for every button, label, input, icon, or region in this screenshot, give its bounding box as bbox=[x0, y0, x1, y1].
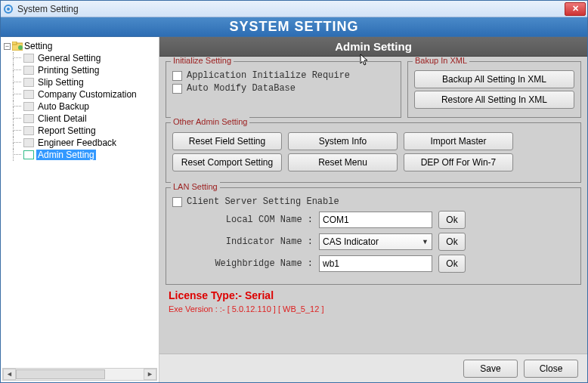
titlebar: System Setting ✕ bbox=[1, 1, 587, 17]
weighbridge-ok-button[interactable]: Ok bbox=[438, 255, 466, 273]
tree-item-label: Admin Setting bbox=[36, 150, 96, 160]
scrollbar-thumb[interactable] bbox=[16, 369, 105, 379]
svg-point-1 bbox=[7, 8, 10, 11]
tree-item-slip-setting[interactable]: Slip Setting bbox=[23, 76, 157, 88]
tree-root[interactable]: − Setting bbox=[4, 40, 157, 52]
page-icon bbox=[23, 126, 34, 135]
auto-modify-db-label: Auto Modify DataBase bbox=[187, 83, 296, 94]
window-close-button[interactable]: ✕ bbox=[565, 2, 586, 16]
page-icon bbox=[23, 138, 34, 147]
local-com-label: Local COM Name : bbox=[200, 215, 313, 225]
tree-item-engineer-feedback[interactable]: Engineer Feedback bbox=[23, 137, 157, 149]
weighbridge-label: Weighbridge Name : bbox=[200, 258, 313, 269]
checkbox-icon[interactable] bbox=[172, 197, 182, 207]
exe-version: Exe Version : :- [ 5.0.12.110 ] [ WB_5_1… bbox=[169, 304, 581, 314]
svg-point-4 bbox=[18, 45, 23, 50]
lan-legend: LAN Setting bbox=[171, 182, 220, 191]
page-icon bbox=[23, 90, 34, 99]
license-block: License Type:- Serial Exe Version : :- [… bbox=[169, 289, 581, 314]
tree-item-label: Engineer Feedback bbox=[36, 137, 118, 148]
license-type: License Type:- Serial bbox=[169, 289, 581, 301]
scroll-left-arrow[interactable]: ◄ bbox=[3, 369, 16, 380]
client-server-enable-row[interactable]: Client Server Setting Enable bbox=[172, 196, 574, 207]
page-icon bbox=[23, 66, 34, 75]
weighbridge-input[interactable] bbox=[319, 255, 432, 272]
tree-item-report-setting[interactable]: Report Setting bbox=[23, 125, 157, 137]
page-icon bbox=[23, 54, 34, 63]
app-init-require-row[interactable]: Application Initialize Require bbox=[172, 70, 395, 81]
backup-all-button[interactable]: Backup All Setting In XML bbox=[414, 70, 574, 88]
backup-xml-group: Bakup In XML Backup All Setting In XML R… bbox=[407, 61, 581, 118]
client-server-enable-label: Client Server Setting Enable bbox=[187, 196, 339, 207]
tree-item-company-customization[interactable]: Company Customization bbox=[23, 88, 157, 100]
sidebar: − Setting General SettingPrinting Settin… bbox=[1, 37, 159, 382]
section-title: Admin Setting bbox=[159, 37, 587, 57]
tree-item-label: General Setting bbox=[36, 53, 102, 63]
reset-field-button[interactable]: Reset Field Setting bbox=[172, 132, 282, 150]
system-info-button[interactable]: System Info bbox=[288, 132, 398, 150]
reset-menu-button[interactable]: Reset Menu bbox=[288, 153, 398, 171]
collapse-icon[interactable]: − bbox=[4, 43, 11, 50]
dep-off-button[interactable]: DEP Off For Win-7 bbox=[404, 153, 513, 171]
auto-modify-db-row[interactable]: Auto Modify DataBase bbox=[172, 83, 395, 94]
footer-bar: Save Close bbox=[159, 354, 587, 382]
page-icon bbox=[23, 150, 34, 159]
local-com-input[interactable] bbox=[319, 212, 432, 228]
page-icon bbox=[23, 102, 34, 111]
tree-item-label: Printing Setting bbox=[36, 65, 101, 76]
settings-tree: − Setting General SettingPrinting Settin… bbox=[2, 40, 157, 366]
app-icon bbox=[2, 3, 14, 15]
other-admin-group: Other Admin Setting Reset Field Setting … bbox=[166, 122, 581, 183]
tree-item-general-setting[interactable]: General Setting bbox=[23, 52, 157, 64]
window-title: System Setting bbox=[17, 4, 79, 14]
save-button[interactable]: Save bbox=[463, 360, 518, 378]
panel-body: Initialize Setting Application Initializ… bbox=[159, 57, 587, 354]
import-master-button[interactable]: Import Master bbox=[404, 132, 513, 150]
folder-icon bbox=[12, 41, 23, 51]
indicator-ok-button[interactable]: Ok bbox=[438, 233, 466, 251]
tree-item-label: Auto Backup bbox=[36, 101, 91, 112]
content-area: − Setting General SettingPrinting Settin… bbox=[1, 36, 587, 382]
main-panel: Admin Setting Initialize Setting Applica… bbox=[159, 37, 587, 382]
tree-item-client-detail[interactable]: Client Detail bbox=[23, 113, 157, 125]
tree-item-printing-setting[interactable]: Printing Setting bbox=[23, 64, 157, 76]
other-admin-legend: Other Admin Setting bbox=[171, 117, 249, 126]
checkbox-icon[interactable] bbox=[172, 71, 182, 81]
indicator-select[interactable]: CAS Indicator ▼ bbox=[319, 233, 432, 250]
backup-legend: Bakup In XML bbox=[413, 57, 469, 65]
page-icon bbox=[23, 78, 34, 87]
tree-item-admin-setting[interactable]: Admin Setting bbox=[23, 149, 157, 161]
reset-comport-button[interactable]: Reset Comport Setting bbox=[172, 153, 282, 171]
sidebar-scrollbar[interactable]: ◄ ► bbox=[2, 368, 157, 381]
scroll-right-arrow[interactable]: ► bbox=[144, 369, 156, 380]
page-icon bbox=[23, 114, 34, 123]
initialize-setting-group: Initialize Setting Application Initializ… bbox=[166, 61, 401, 118]
tree-item-label: Slip Setting bbox=[36, 77, 85, 88]
indicator-label: Indicator Name : bbox=[200, 236, 313, 247]
local-com-ok-button[interactable]: Ok bbox=[438, 211, 466, 229]
tree-item-auto-backup[interactable]: Auto Backup bbox=[23, 100, 157, 113]
chevron-down-icon: ▼ bbox=[422, 238, 429, 246]
tree-item-label: Client Detail bbox=[36, 113, 88, 124]
restore-all-button[interactable]: Restore All Setting In XML bbox=[414, 91, 574, 109]
tree-item-label: Company Customization bbox=[36, 89, 138, 100]
tree-item-label: Report Setting bbox=[36, 125, 97, 136]
banner-title: SYSTEM SETTING bbox=[1, 17, 587, 36]
tree-root-label: Setting bbox=[24, 41, 52, 51]
close-button[interactable]: Close bbox=[524, 360, 578, 378]
indicator-value: CAS Indicator bbox=[323, 236, 379, 247]
svg-rect-3 bbox=[12, 42, 17, 45]
lan-setting-group: LAN Setting Client Server Setting Enable… bbox=[166, 187, 581, 285]
app-window: System Setting ✕ SYSTEM SETTING − Settin… bbox=[0, 0, 588, 383]
app-init-require-label: Application Initialize Require bbox=[187, 70, 350, 81]
checkbox-icon[interactable] bbox=[172, 84, 182, 94]
initialize-legend: Initialize Setting bbox=[171, 57, 234, 65]
